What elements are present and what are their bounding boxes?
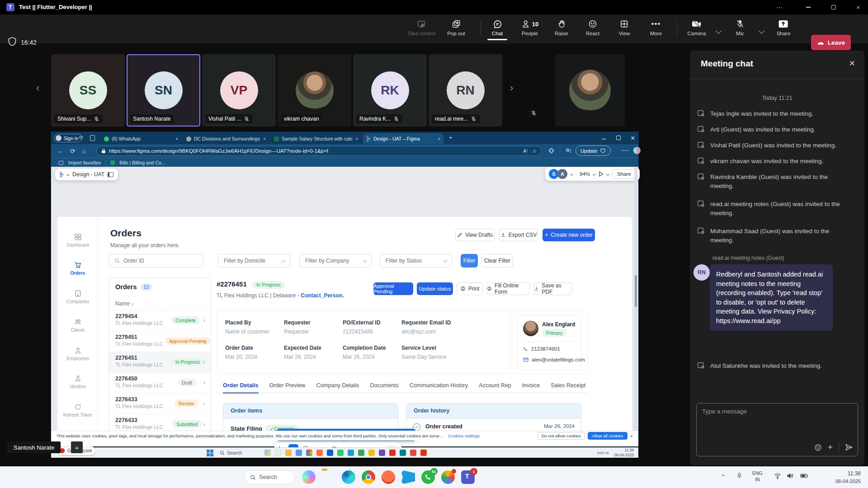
refresh-icon[interactable]: ⟳ — [70, 147, 75, 155]
more-button[interactable]: ••• More — [650, 19, 662, 36]
clock[interactable]: 11:3808-04-2025 — [830, 470, 861, 485]
browser-tab-active[interactable]: Design - UAT – Figma× — [363, 133, 443, 144]
tab-order-preview[interactable]: Order Preview — [269, 382, 306, 389]
filter-button[interactable]: Filter — [461, 254, 478, 267]
language-indicator[interactable]: ENGIN — [752, 470, 763, 483]
leave-button[interactable]: Leave — [811, 35, 851, 50]
tab-close-icon[interactable]: × — [438, 136, 440, 141]
order-row[interactable]: 2276433TL Flex Holdings LLCReview› — [109, 393, 211, 414]
bookmark-bills[interactable]: Bills | Billing and Co... — [119, 160, 165, 165]
copilot-icon[interactable] — [633, 147, 641, 154]
page-scrollbar[interactable] — [634, 167, 637, 432]
chat-button[interactable]: Chat — [487, 19, 507, 40]
contact-person-link[interactable]: Contact_Person. — [301, 292, 344, 299]
volume-icon[interactable] — [787, 473, 794, 479]
chrome-icon[interactable] — [362, 470, 375, 484]
browser-tab[interactable]: (6) WhatsApp× — [101, 133, 181, 144]
edge-icon[interactable] — [342, 470, 355, 484]
strip-prev-chevron[interactable]: ‹ — [36, 82, 39, 94]
sidebar-item-employees[interactable]: Employees — [57, 347, 98, 361]
figma-share-button[interactable]: Share — [612, 169, 636, 179]
cookie-settings-link[interactable]: Cookies settings — [448, 433, 480, 438]
tab-close-icon[interactable]: × — [263, 136, 266, 141]
tab-company-details[interactable]: Company Details — [316, 382, 359, 389]
fill-online-form-button[interactable]: Fill Online Form — [486, 282, 530, 295]
camera-button[interactable]: Camera — [688, 19, 706, 36]
present-icon[interactable] — [599, 171, 604, 177]
browser-maximize-icon[interactable] — [616, 136, 621, 140]
pin-presenter-button[interactable]: + — [71, 441, 83, 453]
tab-actions-icon[interactable]: ⟳ — [79, 135, 83, 141]
chat-message-input[interactable] — [702, 408, 838, 415]
emoji-icon[interactable] — [814, 444, 822, 451]
back-icon[interactable]: ← — [57, 147, 64, 155]
layers-panel-icon[interactable] — [108, 172, 113, 177]
order-row[interactable]: 2279454TL Flex Holdings LLCComplete› — [109, 310, 211, 331]
tray-chevron-icon[interactable]: ⌃ — [721, 474, 726, 480]
browser-update-button[interactable]: Update — [576, 145, 611, 156]
mic-button[interactable]: Mic — [736, 19, 745, 36]
sidebar-item-refresh-token[interactable]: Refresh Token — [57, 403, 98, 418]
window-more-icon[interactable]: ⋯ — [770, 0, 788, 14]
address-bar[interactable]: https://www.figma.com/design/9BKQ0FOHRWa… — [96, 146, 542, 156]
sidebar-item-orders[interactable]: Orders — [57, 261, 98, 276]
contact-email[interactable]: alex@vstatefilings.com — [532, 357, 585, 362]
participant-tile[interactable]: VP Vishal Patil ... — [202, 54, 276, 127]
whatsapp-icon[interactable]: 81 — [421, 470, 435, 484]
view-button[interactable]: View — [619, 19, 630, 36]
sidebar-item-clients[interactable]: Clients — [57, 318, 98, 333]
pop-out-button[interactable]: Pop out — [447, 19, 465, 36]
tab-sales-receipt[interactable]: Sales Receipt — [551, 382, 585, 389]
chat-input-box[interactable]: + — [696, 403, 858, 456]
order-row-selected[interactable]: 2276451TL Flex Holdings LLCIn Progress› — [109, 352, 211, 372]
browser-close-icon[interactable]: × — [631, 134, 635, 142]
copilot-icon[interactable] — [302, 470, 316, 484]
tab-order-details[interactable]: Order Details — [223, 382, 259, 394]
participant-tile[interactable]: SS Shivani Sup... — [51, 54, 125, 127]
extensions-icon[interactable] — [548, 148, 554, 154]
figma-file-pill[interactable]: Design - UAT — [55, 169, 118, 180]
workspaces-icon[interactable] — [90, 135, 95, 141]
share-button[interactable]: Share — [777, 19, 791, 36]
sidebar-item-dashboard[interactable]: Dashboard — [57, 233, 98, 248]
order-row[interactable]: 2279451TL Flex Holdings LLCApproval Pend… — [109, 331, 211, 352]
print-button[interactable]: Print — [457, 282, 483, 295]
approval-pending-button[interactable]: Approval Pending — [373, 282, 413, 295]
favorite-star-icon[interactable]: ☆ — [532, 148, 537, 154]
shared-language[interactable]: ENG IN — [597, 451, 609, 455]
collaborator-avatar[interactable]: A — [557, 169, 567, 179]
file-explorer-icon[interactable] — [322, 470, 335, 484]
tab-close-icon[interactable]: × — [175, 136, 178, 141]
tray-mic-icon[interactable] — [736, 472, 743, 479]
browser-minimize-icon[interactable]: – — [602, 135, 606, 143]
list-sort-header[interactable]: Name ↓ — [109, 296, 211, 311]
teams-icon[interactable]: T1 — [461, 470, 475, 484]
shared-search[interactable]: Search — [220, 450, 242, 455]
favorites-list-icon[interactable] — [566, 148, 571, 154]
sidebar-item-vendors[interactable]: Vendors — [57, 375, 98, 389]
participant-tile[interactable]: RN read.ai mee... — [429, 54, 502, 127]
camera-options-chevron[interactable] — [716, 28, 722, 34]
deny-cookies-button[interactable]: Do not allow cookies — [538, 432, 585, 440]
sidebar-item-companies[interactable]: Companies — [57, 290, 98, 304]
window-minimize-button[interactable] — [799, 0, 817, 14]
browser-menu-icon[interactable]: ⋯ — [622, 146, 629, 155]
create-order-button[interactable]: +Create new order — [542, 229, 595, 241]
tab-invoice[interactable]: Invoice — [522, 382, 540, 389]
mic-options-chevron[interactable] — [759, 28, 764, 34]
taskbar-search[interactable]: Search — [244, 470, 295, 484]
order-id-input[interactable] — [123, 258, 191, 264]
save-as-pdf-button[interactable]: Save as PDF — [533, 282, 572, 295]
cookie-close-icon[interactable]: × — [630, 433, 633, 439]
browser-tab[interactable]: Sample Salary Structure with calc× — [271, 133, 361, 144]
order-id-search[interactable] — [108, 254, 203, 267]
browser-profile-button[interactable]: Sign in — [54, 134, 82, 142]
order-row[interactable]: 2276433TL Flex Holdings LLCSubmitted› — [109, 414, 211, 432]
filter-domicile-dropdown[interactable]: Filter by Domicile — [218, 254, 290, 267]
participant-tile[interactable]: vikram chavan — [278, 54, 351, 127]
home-icon[interactable]: ⌂ — [82, 147, 85, 155]
contact-phone[interactable]: 2123874901 — [531, 346, 560, 352]
participant-video-tile[interactable] — [555, 54, 625, 127]
view-drafts-button[interactable]: View Drafts — [455, 229, 495, 241]
shared-taskbar-icons[interactable] — [264, 450, 431, 456]
